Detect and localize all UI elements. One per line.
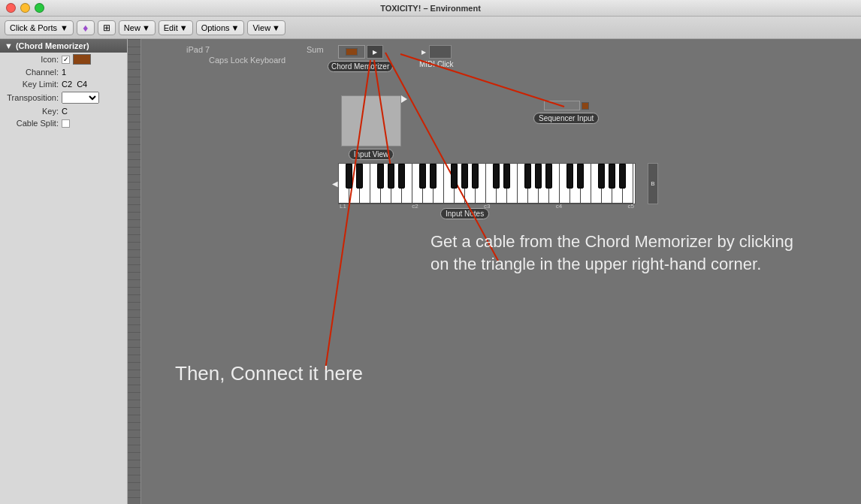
sum-label: Sum [307,45,324,54]
layer-dropdown-label: Click & Ports [10,23,57,32]
caps-lock-label: Caps Lock Keyboard [209,56,285,65]
key-label: Key: [6,107,59,116]
chord-memorizer-label: Chord Memorizer [328,61,393,72]
icon-row: Icon: ✓ [0,53,127,66]
diamond-icon: ♦ [83,22,88,34]
edit-label: Edit [164,23,178,32]
grid-icon: ⊞ [103,23,110,33]
window-title: TOXICITY! – Environment [380,4,481,13]
maximize-button[interactable] [35,3,44,13]
main-layout: ▼ (Chord Memorizer) Icon: ✓ Channel: 1 K… [0,39,861,504]
options-menu-button[interactable]: Options ▼ [196,20,245,35]
transposition-row: Transposition: [0,90,127,105]
transposition-label: Transposition: [6,93,59,102]
window-controls[interactable] [6,3,44,13]
key-row: Key: C [0,105,127,117]
cablesplit-row: Cable Split: [0,117,127,129]
piano-keyboard-container[interactable]: ◀ B L1 c2 c3 c4 c5 [338,163,648,207]
new-arrow-icon: ▼ [142,23,150,32]
transposition-select[interactable] [62,92,99,104]
channel-label: Channel: [6,68,59,77]
cablesplit-label: Cable Split: [6,119,59,128]
title-bar: TOXICITY! – Environment [0,0,861,17]
input-notes-label: Input Notes [440,208,489,219]
layer-dropdown[interactable]: Click & Ports ▼ [5,20,74,35]
dropdown-arrow-icon: ▼ [60,23,68,32]
toolbar: Click & Ports ▼ ♦ ⊞ New ▼ Edit ▼ Options… [0,17,861,39]
new-label: New [124,23,140,32]
edit-menu-button[interactable]: Edit ▼ [159,20,193,35]
minimize-button[interactable] [20,3,30,13]
cablesplit-checkbox[interactable] [62,119,70,128]
icon-checkbox[interactable]: ✓ [62,56,70,64]
keylimit-value: C2 C4 [62,80,87,89]
ipad-label: iPad 7 [186,45,210,54]
channel-value: 1 [62,68,66,77]
left-panel: ▼ (Chord Memorizer) Icon: ✓ Channel: 1 K… [0,39,128,504]
sequencer-input-label: Sequencer Input [533,113,599,124]
options-arrow-icon: ▼ [231,23,240,32]
edit-arrow-icon: ▼ [180,23,188,32]
annotation-main-text: Get a cable from the Chord Memorizer by … [430,231,799,275]
new-menu-button[interactable]: New ▼ [119,20,156,35]
canvas-content: iPad 7 Caps Lock Keyboard Sum ▶ Chord Me… [141,39,861,504]
annotation-bottom-text: Then, Connect it here [175,362,363,385]
input-view-label: Input View [349,149,394,160]
panel-triangle-icon: ▼ [5,41,13,50]
channel-row: Channel: 1 [0,66,127,78]
chord-memorizer-module[interactable]: ▶ Chord Memorizer [328,45,393,72]
keylimit-label: Key Limit: [6,80,59,89]
ruler-left [128,39,141,504]
view-label: View [252,23,270,32]
note-c5: c5 [628,203,634,210]
diamond-icon-button[interactable]: ♦ [77,20,95,35]
piano-right-end[interactable]: B [648,163,658,204]
panel-title: (Chord Memorizer) [16,41,89,50]
svg-line-0 [385,53,498,261]
keylimit-row: Key Limit: C2 C4 [0,78,127,90]
note-c4: c4 [556,203,562,210]
options-label: Options [201,23,230,32]
grid-icon-button[interactable]: ⊞ [98,20,116,35]
piano-left-arrow-icon[interactable]: ◀ [332,180,338,188]
key-value: C [62,107,68,116]
view-arrow-icon: ▼ [272,23,280,32]
icon-image [73,54,91,65]
icon-label: Icon: [6,55,59,64]
close-button[interactable] [6,3,16,13]
note-l1: L1 [340,203,346,210]
input-view-module[interactable]: Input View [341,95,401,160]
environment-canvas[interactable]: iPad 7 Caps Lock Keyboard Sum ▶ Chord Me… [128,39,861,504]
panel-header: ▼ (Chord Memorizer) [0,39,127,53]
midi-click-label: MIDI Click [419,60,454,68]
sequencer-input-module[interactable]: Sequencer Input [533,101,599,124]
note-c2: c2 [412,203,418,210]
midi-click-module[interactable]: ▶ MIDI Click [419,45,454,68]
view-menu-button[interactable]: View ▼ [247,20,285,35]
